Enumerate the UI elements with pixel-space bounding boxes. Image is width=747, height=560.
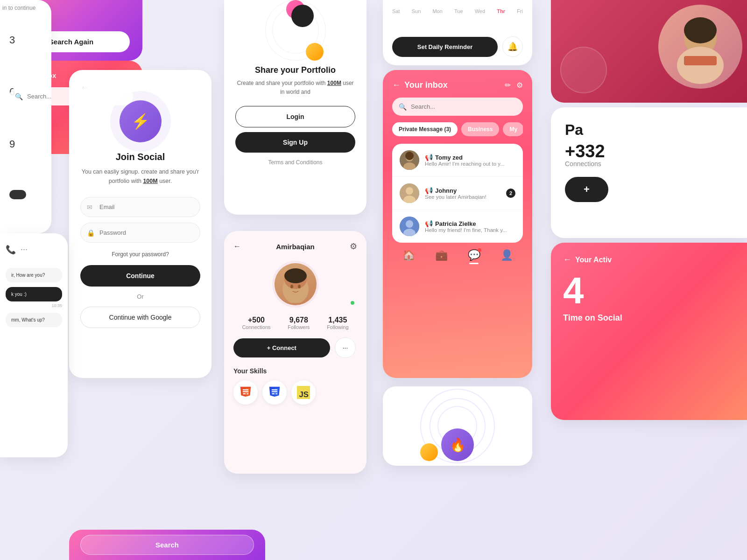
day-wed: Wed <box>475 8 485 14</box>
online-indicator <box>350 300 355 306</box>
lock-icon: 🔒 <box>87 229 95 237</box>
svg-point-4 <box>298 285 301 288</box>
patricia-avatar-img <box>400 217 419 236</box>
tab-business[interactable]: Business <box>461 122 499 136</box>
patricia-avatar <box>400 217 419 236</box>
message-item-tomy[interactable]: 📢 Tomy zed Hello Amir! I'm reaching out … <box>392 144 523 177</box>
chat-bubble-received-1: ir, How are you? <box>6 268 62 282</box>
tab-my[interactable]: My <box>503 122 523 136</box>
profile-nav[interactable]: 👤 <box>500 249 513 264</box>
forgot-password-link[interactable]: Forgot your password? <box>112 251 169 258</box>
email-field-wrap: ✉ <box>80 197 200 217</box>
active-indicator <box>469 263 479 264</box>
set-reminder-button[interactable]: Set Daily Reminder <box>392 37 498 57</box>
connections-card: Pa +332 Connections + <box>551 107 747 238</box>
svg-rect-32 <box>684 56 717 65</box>
johnny-text: See you later Amirbaqian! <box>425 194 500 200</box>
chat-action-icons: 📞 ··· <box>6 241 62 259</box>
bolt-icon: ⚡ <box>131 112 150 130</box>
password-field-wrap: 🔒 <box>80 223 200 243</box>
purple-ball: 🔥 <box>441 428 474 461</box>
login-button[interactable]: Login <box>235 106 355 127</box>
html5-icon <box>239 386 252 399</box>
day-fri: Fri <box>517 8 523 14</box>
chat-nav[interactable]: 💬 <box>468 249 480 264</box>
activity-back-button[interactable]: ← <box>563 255 571 265</box>
signup-button[interactable]: Sign Up <box>235 132 355 153</box>
join-social-card: ← ⚡ Join Social You can easliy signup. c… <box>69 70 211 378</box>
portfolio-card: Share your Portfolio Create and share yo… <box>224 0 366 215</box>
menu-icon[interactable]: ··· <box>21 245 28 255</box>
inbox-small-search[interactable] <box>9 87 133 105</box>
profile-back-button[interactable]: ← <box>233 242 241 251</box>
activity-number: 4 <box>563 272 735 309</box>
activity-header: ← Your Activ <box>563 255 735 265</box>
inbox-big-title: ← Your inbox <box>392 80 448 90</box>
profile-avatar-bg <box>272 261 319 308</box>
message-item-patricia[interactable]: 📢 Patricia Zielke Hello my friend! I'm f… <box>392 210 523 243</box>
password-input[interactable] <box>80 223 200 243</box>
terms-link[interactable]: Terms and Conditions <box>268 159 322 166</box>
tab-private-message[interactable]: Private Message (3) <box>392 122 458 136</box>
day-tue: Tue <box>454 8 463 14</box>
day-sun: Sun <box>412 8 421 14</box>
inbox-small-search-wrap: 🔍 <box>9 87 133 105</box>
inbox-search-input[interactable] <box>392 98 523 116</box>
compose-icon[interactable]: ✏ <box>505 81 511 90</box>
svg-rect-7 <box>243 391 248 392</box>
portfolio-description: Create and share your portfolio with 100… <box>235 79 355 97</box>
email-input[interactable] <box>80 197 200 217</box>
circles-visual: 🔥 <box>411 391 504 461</box>
inbox-big-card: ← Your inbox ✏ ⚙ 🔍 Private Message (3) B… <box>383 70 532 378</box>
google-button[interactable]: Continue with Google <box>80 307 200 328</box>
bell-button[interactable]: 🔔 <box>502 36 523 57</box>
day-thr: Thr <box>497 8 505 14</box>
inbox-big-search-wrap: 🔍 <box>392 98 523 116</box>
profile-name: Amirbaqian <box>276 243 315 251</box>
svg-rect-15 <box>275 393 277 394</box>
portfolio-title: Share your Portfolio <box>255 65 336 75</box>
continue-hint: in to continue <box>2 5 35 11</box>
connect-row: + Connect ··· <box>233 337 357 358</box>
johnny-info: 📢 Johnny See you later Amirbaqian! <box>425 187 500 200</box>
connections-count: +332 <box>565 142 733 160</box>
megaphone-icon: 📢 <box>425 154 433 161</box>
yellow-ball <box>306 43 324 61</box>
profile-card: ← Amirbaqian ⚙ <box>224 231 366 474</box>
patricia-text: Hello my friend! I'm fine, Thank y... <box>425 227 515 233</box>
connections-label: Connections <box>565 160 733 168</box>
svg-rect-8 <box>243 393 246 394</box>
phone-icon[interactable]: 📞 <box>6 245 16 255</box>
settings-icon[interactable]: ⚙ <box>516 81 523 90</box>
html5-skill <box>233 380 258 405</box>
search-bottom-button[interactable]: Search <box>80 535 254 555</box>
connect-button[interactable]: + Connect <box>233 338 330 357</box>
continue-button[interactable]: Continue <box>80 265 200 287</box>
inbox-back-button[interactable]: ← <box>392 80 401 90</box>
photo-circle <box>658 5 742 89</box>
reminder-card: Sat Sun Mon Tue Wed Thr Fri Set Daily Re… <box>383 0 532 65</box>
avatar-svg <box>277 266 314 303</box>
followers-label: Followers <box>288 324 310 330</box>
chat-card: 📞 ··· ir, How are you? k you :) 10:35 mm… <box>0 233 68 457</box>
work-nav[interactable]: 💼 <box>435 249 448 264</box>
js-icon: JS <box>297 386 310 399</box>
message-item-johnny[interactable]: 📢 Johnny See you later Amirbaqian! 2 <box>392 177 523 210</box>
svg-point-27 <box>406 220 413 228</box>
svg-rect-13 <box>272 391 277 392</box>
time-on-social: Time on Social <box>563 313 735 323</box>
notification-dot <box>478 248 481 252</box>
skills-row: JS <box>233 380 357 405</box>
add-connection-button[interactable]: + <box>565 177 608 202</box>
home-nav[interactable]: 🏠 <box>402 249 415 264</box>
number-3: 3 <box>9 34 42 46</box>
reminder-button-row: Set Daily Reminder 🔔 <box>392 36 523 57</box>
join-title: Join Social <box>116 152 165 162</box>
svg-rect-9 <box>247 393 248 394</box>
profile-settings-icon[interactable]: ⚙ <box>350 241 357 252</box>
days-row: Sat Sun Mon Tue Wed Thr Fri <box>392 8 523 14</box>
tomy-avatar-img <box>400 150 419 170</box>
more-button[interactable]: ··· <box>335 337 356 358</box>
toggle-switch[interactable] <box>9 190 26 199</box>
megaphone-icon: 📢 <box>425 187 433 194</box>
